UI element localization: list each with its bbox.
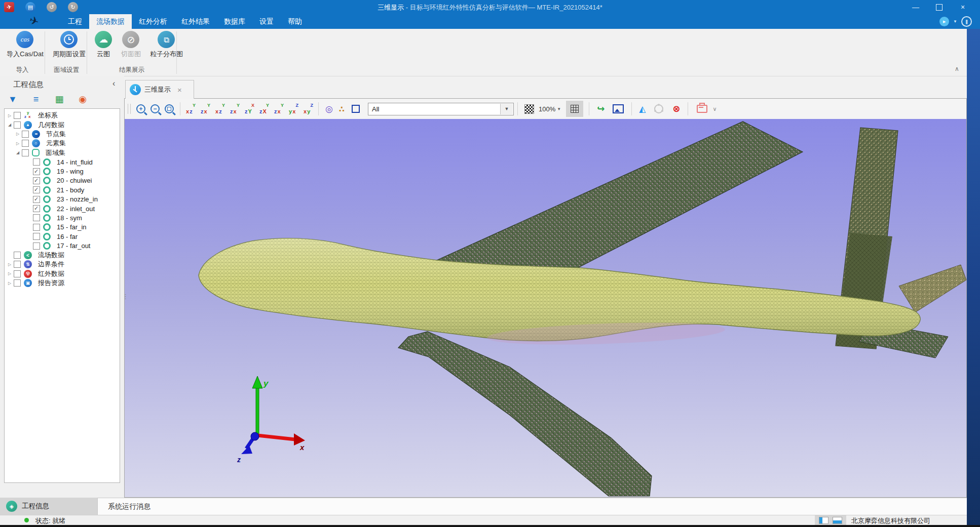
close-button[interactable]: × (959, 0, 967, 14)
tree-item[interactable]: 21 - body (5, 185, 120, 194)
zoom-level-value[interactable]: 100% (539, 105, 555, 113)
tree-checkbox[interactable] (22, 149, 29, 156)
perspective-camera-icon[interactable]: ◎ (325, 104, 333, 114)
style-toggle-icon[interactable]: ▶ (939, 17, 949, 26)
print-icon[interactable] (697, 105, 707, 113)
screenshot-icon[interactable] (613, 104, 624, 113)
save-icon[interactable]: ▤ (25, 2, 35, 12)
display-filter-combobox[interactable]: All ▼ (368, 103, 514, 115)
menu-item-2[interactable]: 流场数据 (89, 14, 132, 29)
tree-checkbox[interactable] (33, 168, 40, 175)
view-orientation-icon-3[interactable]: Yxz (214, 103, 227, 114)
tree-item[interactable]: 16 - far (5, 232, 120, 241)
tree-item[interactable]: 18 - sym (5, 213, 120, 222)
filter-icon[interactable]: ▼ (6, 93, 19, 105)
pause-icon[interactable]: ∥ (961, 16, 972, 27)
tree-item[interactable]: ▷☢红外数据 (5, 269, 120, 278)
tree-item[interactable]: ▷⇅边界条件 (5, 260, 120, 269)
box-select-icon[interactable] (352, 105, 360, 113)
view-orientation-icon-8[interactable]: Zyx (288, 103, 300, 114)
layout-bottom-icon[interactable] (833, 517, 842, 524)
export-arrow-icon[interactable]: ↪ (597, 103, 605, 114)
menu-item-1[interactable]: 工程 (61, 14, 89, 29)
tree-item[interactable]: 17 - far_out (5, 241, 120, 250)
tree-expand-icon[interactable]: ▷ (15, 132, 21, 136)
menu-item-4[interactable]: 红外结果 (174, 14, 217, 29)
tree-item[interactable]: 20 - chuiwei (5, 176, 120, 185)
zoom-out-icon[interactable]: − (150, 104, 160, 113)
menu-item-5[interactable]: 数据库 (217, 14, 252, 29)
menu-item-7[interactable]: 帮助 (281, 14, 309, 29)
layout-left-icon[interactable] (819, 517, 828, 524)
list-icon[interactable]: ≡ (29, 93, 43, 105)
tree-checkbox[interactable] (33, 186, 40, 193)
tree-item[interactable]: 15 - far_in (5, 223, 120, 232)
transparency-icon[interactable] (524, 104, 534, 114)
ribbon-collapse-icon[interactable]: ∧ (955, 65, 959, 72)
tree-item[interactable]: 14 - int_fluid (5, 157, 120, 167)
tree-checkbox[interactable] (22, 140, 29, 147)
tree-checkbox[interactable] (33, 233, 40, 240)
network-icon[interactable] (654, 104, 663, 113)
grid-icon[interactable]: ▦ (53, 93, 66, 105)
restore-button[interactable] (936, 4, 943, 11)
mesh-toggle-button[interactable] (566, 101, 583, 117)
clear-icon[interactable]: ⊗ (672, 103, 680, 114)
tree-expand-icon[interactable]: ◢ (15, 150, 21, 155)
tree-expand-icon[interactable]: ▷ (7, 262, 13, 267)
redo-icon[interactable]: ↻ (68, 2, 78, 12)
menu-item-3[interactable]: 红外分析 (132, 14, 174, 29)
zoom-fit-icon[interactable] (165, 104, 174, 113)
tree-checkbox[interactable] (14, 121, 21, 129)
zoom-in-icon[interactable]: + (136, 104, 145, 113)
view-orientation-icon-2[interactable]: Yzx (200, 103, 212, 114)
tree-item[interactable]: ◢面域集 (5, 148, 120, 157)
tree-checkbox[interactable] (14, 112, 21, 119)
view-orientation-icon-9[interactable]: Zxy (303, 103, 315, 114)
toolbar-drag-handle[interactable] (128, 104, 131, 114)
view-orientation-icon-6[interactable]: YzX (258, 103, 271, 114)
target-icon[interactable]: ◉ (76, 93, 89, 105)
tree-checkbox[interactable] (22, 131, 29, 138)
mirror-icon[interactable]: ◭ (639, 104, 646, 114)
style-dropdown-icon[interactable]: ▼ (953, 19, 957, 24)
ribbon-button-3[interactable]: ☁云图 (90, 30, 117, 59)
tree-item[interactable]: 19 - wing (5, 167, 120, 176)
view-orientation-icon-7[interactable]: Yzx (273, 103, 285, 114)
tree-expand-icon[interactable]: ▷ (7, 271, 13, 276)
tree-item[interactable]: ▷••节点集 (5, 130, 120, 139)
particles-icon[interactable]: ∴ (339, 104, 345, 114)
ribbon-button-5[interactable]: ⧉粒子分布图 (145, 30, 187, 59)
ribbon-button-2[interactable]: 周期面设置 (48, 30, 90, 59)
tab-close-icon[interactable]: × (177, 86, 182, 94)
viewport-3d[interactable]: y x z (125, 119, 966, 497)
combobox-dropdown-icon[interactable]: ▼ (500, 104, 513, 114)
tree-checkbox[interactable] (33, 205, 40, 212)
tree-item[interactable]: <流场数据 (5, 251, 120, 260)
tree-item[interactable]: ▷○元素集 (5, 139, 120, 148)
undo-icon[interactable]: ↺ (47, 2, 57, 12)
tree-checkbox[interactable] (14, 252, 21, 259)
view-orientation-icon-4[interactable]: Yzx (229, 103, 241, 114)
tree-checkbox[interactable] (14, 261, 21, 268)
zoom-level-dropdown-icon[interactable]: ▼ (557, 107, 561, 111)
minimize-button[interactable]: — (912, 0, 920, 14)
tree-checkbox[interactable] (14, 279, 21, 287)
ribbon-button-1[interactable]: cas导入Cas/Dat (2, 30, 48, 59)
tree-item[interactable]: 23 - nozzle_in (5, 195, 120, 204)
tree-item[interactable]: 22 - inlet_out (5, 204, 120, 213)
tree-expand-icon[interactable]: ▷ (7, 113, 13, 118)
view-orientation-icon-1[interactable]: Yxz (185, 103, 197, 114)
more-options-icon[interactable]: ∨ (712, 106, 717, 112)
panel-collapse-icon[interactable]: ‹ (112, 79, 115, 88)
tree-item[interactable]: ▷yzx坐标系 (5, 111, 120, 120)
tree-expand-icon[interactable]: ▷ (7, 281, 13, 286)
dock-tab-project-info[interactable]: ◈ 工程信息 (0, 498, 97, 515)
view-orientation-icon-5[interactable]: XzY (244, 103, 256, 114)
tree-checkbox[interactable] (33, 224, 40, 231)
tree-checkbox[interactable] (33, 177, 40, 184)
tree-checkbox[interactable] (33, 214, 40, 221)
tree-expand-icon[interactable]: ◢ (7, 123, 13, 127)
tree-checkbox[interactable] (33, 196, 40, 203)
tree-item[interactable]: ▷▣报告资源 (5, 278, 120, 288)
